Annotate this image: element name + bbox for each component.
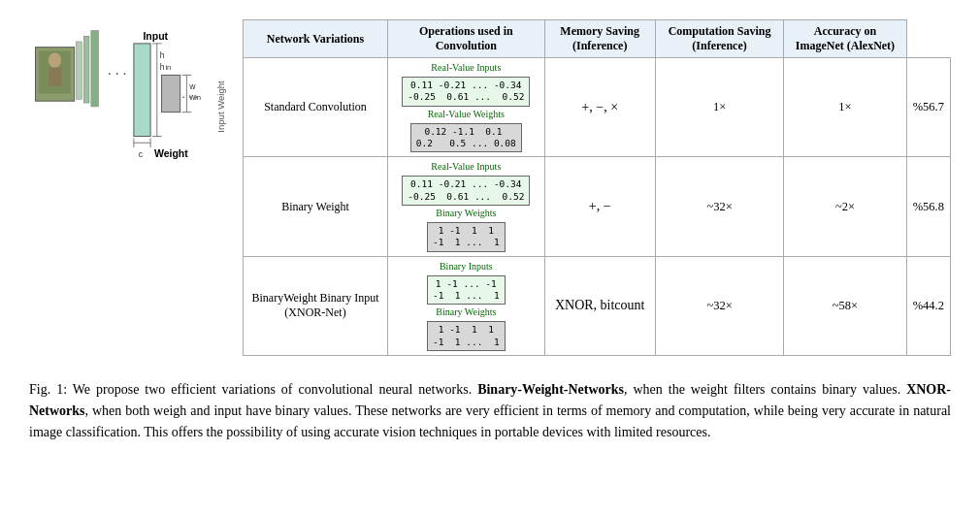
cell-inner-xnor: Binary Inputs 1 -1 ... -1 -1 1 ... 1 Bin… [394, 261, 539, 351]
weights-label-standard: Real-Value Weights [428, 109, 505, 119]
main-container: . . . Input h h in Weight w [29, 19, 951, 442]
memory-xnor: ~32× [655, 256, 783, 355]
figure-section: . . . Input h h in Weight w [29, 19, 951, 356]
table-row: Standard Convolution Real-Value Inputs 0… [244, 58, 951, 157]
svg-text:in: in [165, 63, 171, 72]
svg-text:. . .: . . . [108, 61, 126, 78]
svg-text:c: c [139, 149, 144, 159]
weights-matrix-standard: 0.12 -1.1 0.1 0.2 0.5 ... 0.08 [410, 123, 522, 153]
nn-diagram: . . . Input h h in Weight w [29, 19, 233, 233]
svg-text:h: h [160, 50, 165, 60]
fig-caption: Fig. 1: We propose two efficient variati… [29, 379, 951, 442]
col-header-computation: Computation Saving (Inference) [655, 20, 783, 58]
computation-bw: ~2× [784, 157, 906, 256]
inputs-label-bw: Real-Value Inputs [431, 161, 501, 172]
col-header-accuracy: Accuracy on ImageNet (AlexNet) [784, 20, 906, 58]
memory-standard: 1× [655, 58, 783, 157]
row-network-xnor: Binary Inputs 1 -1 ... -1 -1 1 ... 1 Bin… [388, 256, 545, 355]
ops-bw: +, − [544, 157, 655, 256]
col-header-network: Network Variations [244, 20, 388, 58]
svg-text:. . .: . . . [182, 86, 199, 101]
row-label-xnor: BinaryWeight Binary Input (XNOR-Net) [244, 256, 388, 355]
caption-middle1: , when the weight filters contains binar… [624, 382, 906, 397]
cell-inner-standard: Real-Value Inputs 0.11 -0.21 ... -0.34 -… [394, 62, 539, 152]
table-row: Binary Weight Real-Value Inputs 0.11 -0.… [244, 157, 951, 256]
memory-bw: ~32× [655, 157, 783, 256]
svg-rect-8 [134, 44, 150, 137]
table-section: Network Variations Operations used in Co… [243, 19, 951, 356]
accuracy-bw: %56.8 [906, 157, 950, 256]
row-label-binary-weight: Binary Weight [244, 157, 388, 256]
weights-matrix-xnor: 1 -1 1 1 -1 1 ... 1 [427, 321, 506, 351]
cell-inner-bw: Real-Value Inputs 0.11 -0.21 ... -0.34 -… [394, 161, 539, 251]
row-network-binary-weight: Real-Value Inputs 0.11 -0.21 ... -0.34 -… [388, 157, 545, 256]
svg-rect-15 [162, 75, 180, 112]
computation-standard: 1× [784, 58, 906, 157]
svg-text:Input Weight: Input Weight [215, 80, 226, 133]
svg-rect-6 [91, 30, 99, 106]
caption-bold1: Binary-Weight-Networks [477, 382, 624, 397]
svg-text:Weight: Weight [154, 147, 188, 159]
svg-rect-3 [49, 68, 61, 86]
weights-label-xnor: Binary Weights [436, 306, 496, 317]
caption-prefix: Fig. 1: We propose two efficient variati… [29, 382, 477, 397]
accuracy-xnor: %44.2 [906, 256, 950, 355]
svg-text:h: h [160, 62, 165, 72]
accuracy-standard: %56.7 [906, 58, 950, 157]
col-header-ops: Operations used in Convolution [388, 20, 545, 58]
svg-rect-5 [83, 36, 89, 103]
caption-middle2: , when both weigh and input have binary … [29, 403, 951, 439]
table-row: BinaryWeight Binary Input (XNOR-Net) Bin… [244, 256, 951, 355]
weights-matrix-bw: 1 -1 1 1 -1 1 ... 1 [427, 222, 506, 252]
row-label-standard: Standard Convolution [244, 58, 388, 157]
input-label: Input [143, 30, 168, 42]
ops-xnor: XNOR, bitcount [544, 256, 655, 355]
col-header-memory: Memory Saving (Inference) [544, 20, 655, 58]
weights-label-bw: Binary Weights [436, 208, 496, 218]
svg-point-2 [49, 52, 61, 67]
inputs-label-standard: Real-Value Inputs [431, 62, 501, 73]
inputs-matrix-standard: 0.11 -0.21 ... -0.34 -0.25 0.61 ... 0.52 [402, 77, 530, 107]
svg-rect-4 [77, 42, 82, 99]
inputs-matrix-bw: 0.11 -0.21 ... -0.34 -0.25 0.61 ... 0.52 [402, 176, 530, 206]
row-network-standard: Real-Value Inputs 0.11 -0.21 ... -0.34 -… [388, 58, 545, 157]
ops-standard: +, −, × [544, 58, 655, 157]
comparison-table: Network Variations Operations used in Co… [243, 19, 951, 356]
inputs-label-xnor: Binary Inputs [440, 261, 493, 272]
inputs-matrix-xnor: 1 -1 ... -1 -1 1 ... 1 [427, 275, 506, 306]
computation-xnor: ~58× [784, 256, 906, 355]
